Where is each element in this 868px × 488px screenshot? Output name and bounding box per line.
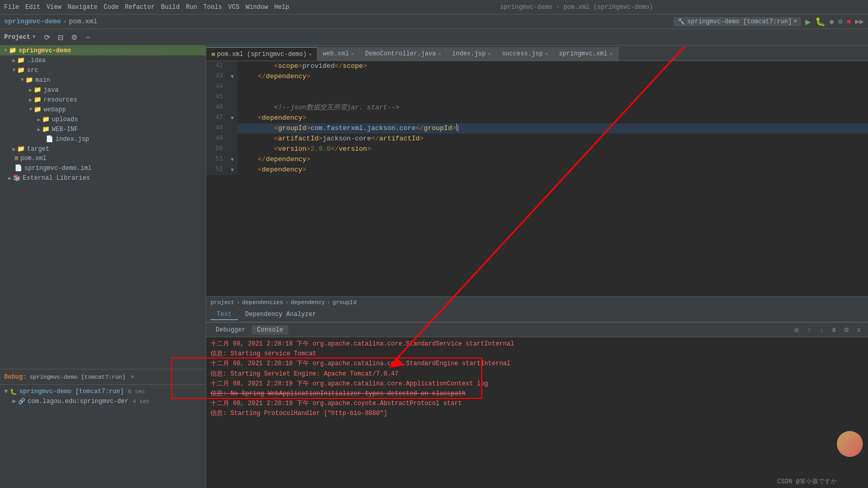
menu-file[interactable]: File xyxy=(4,4,19,11)
menu-vcs[interactable]: VCS xyxy=(228,4,240,11)
tab-web-xml-close[interactable]: ✕ xyxy=(351,51,354,57)
tab-demo-controller-close[interactable]: ✕ xyxy=(438,51,441,57)
menu-code[interactable]: Code xyxy=(104,4,119,11)
code-line-47: 47 ▼ <dependency> xyxy=(206,113,868,123)
collapse-button[interactable]: ⊟ xyxy=(55,32,66,43)
run-button[interactable]: ▶ xyxy=(805,16,811,27)
tree-webapp-label: webapp xyxy=(44,106,66,113)
tab-web-xml[interactable]: web.xml ✕ xyxy=(317,47,359,61)
coverage-button[interactable]: ◉ xyxy=(830,17,834,26)
tree-external-libs-label: External Libraries xyxy=(23,175,90,182)
tree-pom-xml[interactable]: m pom.xml xyxy=(0,154,206,163)
tab-springmvc-xml[interactable]: springmvc.xml ✕ xyxy=(554,47,619,61)
tree-iml[interactable]: 📄 springmvc-demo.iml xyxy=(0,163,206,173)
tab-dependency-analyzer[interactable]: Dependency Analyzer xyxy=(239,310,323,320)
console-tab-console[interactable]: Console xyxy=(252,325,288,335)
tree-java-label: java xyxy=(44,87,59,94)
debug-button[interactable]: 🐛 xyxy=(815,17,825,27)
minimize-button[interactable]: − xyxy=(82,32,93,43)
debug-tree-item-0[interactable]: ▼ 🐛 springmvc-demo [tomcat7:run] 6 sec xyxy=(0,387,206,396)
menu-navigate[interactable]: Navigate xyxy=(67,4,97,11)
tab-index-jsp[interactable]: index.jsp ✕ xyxy=(447,47,497,61)
tab-pom-xml-close[interactable]: ✕ xyxy=(309,51,312,58)
console-scroll-down-btn[interactable]: ↓ xyxy=(816,325,827,335)
tab-success-jsp-close[interactable]: ✕ xyxy=(545,51,548,57)
menu-help[interactable]: Help xyxy=(274,4,289,11)
tab-springmvc-xml-label: springmvc.xml xyxy=(559,50,608,58)
tab-demo-controller[interactable]: DemoController.java ✕ xyxy=(360,47,447,61)
console-scroll-up-btn[interactable]: ↑ xyxy=(804,325,814,335)
code-line-51: 51 ▼ </dependency> xyxy=(206,154,868,165)
line-num-48: 48 xyxy=(206,123,227,134)
stop-button[interactable]: ■ xyxy=(847,18,851,26)
run-config-selector[interactable]: 🔧 springmvc-demo [tomcat7:run] ▼ xyxy=(674,17,801,26)
tab-index-jsp-label: index.jsp xyxy=(452,50,486,58)
debug-session-label: springmvc-demo [tomcat7:run] xyxy=(30,374,125,380)
tree-root[interactable]: ▼ 📁 springmvc-demo C:\Users\hua-cloud\De… xyxy=(0,46,206,55)
tree-index-jsp[interactable]: 📄 index.jsp xyxy=(0,134,206,144)
more-button[interactable]: ⚙ xyxy=(838,17,842,26)
tab-index-jsp-close[interactable]: ✕ xyxy=(488,51,491,57)
line-num-46: 46 xyxy=(206,103,227,113)
tab-pom-xml[interactable]: m pom.xml (springmvc-demo) ✕ xyxy=(206,47,317,61)
line-num-52: 52 xyxy=(206,165,227,175)
toolbar: Project ▼ ⟳ ⊟ ⚙ − xyxy=(0,29,868,46)
menu-build[interactable]: Build xyxy=(161,4,179,11)
line-gutter-50 xyxy=(227,144,237,154)
debug-item-1-label: com.lagou.edu:springmvc-der xyxy=(27,398,128,405)
breadcrumb-project[interactable]: project xyxy=(211,299,234,306)
tree-uploads[interactable]: ▶ 📁 uploads xyxy=(0,114,206,124)
tab-bar: m pom.xml (springmvc-demo) ✕ web.xml ✕ D… xyxy=(206,46,868,61)
tree-webinf[interactable]: ▶ 📁 WEB-INF xyxy=(0,124,206,134)
menu-edit[interactable]: Edit xyxy=(25,4,40,11)
tab-springmvc-xml-close[interactable]: ✕ xyxy=(610,51,613,57)
line-num-49: 49 xyxy=(206,134,227,144)
tree-idea[interactable]: ▶ 📁 .idea xyxy=(0,55,206,65)
project-panel-dropdown[interactable]: ▼ xyxy=(32,34,35,40)
breadcrumb-dependencies[interactable]: dependencies xyxy=(242,299,283,306)
sync-button[interactable]: ⟳ xyxy=(41,32,53,43)
line-gutter-49 xyxy=(227,134,237,144)
tree-resources[interactable]: ▶ 📁 resources xyxy=(0,95,206,105)
debug-session-bar: Debug: springmvc-demo [tomcat7:run] ✕ xyxy=(0,369,206,384)
tree-external-libs[interactable]: ▶ 📚 External Libraries xyxy=(0,173,206,183)
forward-button[interactable]: ▶▶ xyxy=(855,17,864,26)
console-clear-btn[interactable]: ⊘ xyxy=(791,325,802,335)
project-name[interactable]: springmvc-demo xyxy=(4,18,61,25)
tree-index-jsp-label: index.jsp xyxy=(55,136,89,143)
breadcrumb-dependency[interactable]: dependency xyxy=(291,299,325,306)
menu-view[interactable]: View xyxy=(47,4,62,11)
tree-root-path: C:\Users\hua-cloud\Desktop\ xyxy=(73,48,165,54)
menu-refactor[interactable]: Refactor xyxy=(125,4,155,11)
console-line-4: 十二月 08, 2021 2:28:19 下午 org.apache.catal… xyxy=(211,379,864,389)
breadcrumb-bar: springmvc-demo › pom.xml 🔧 springmvc-dem… xyxy=(0,15,868,29)
console-filter-btn[interactable]: ≡ xyxy=(853,325,864,335)
menu-tools[interactable]: Tools xyxy=(203,4,222,11)
tree-iml-label: springmvc-demo.iml xyxy=(24,165,92,172)
sep-2: › xyxy=(285,299,289,306)
console-pause-btn[interactable]: ⏸ xyxy=(829,325,839,335)
line-content-45 xyxy=(237,92,868,103)
console-line-7: 信息: Starting ProtocolHandler ["http-bio-… xyxy=(211,409,864,419)
tree-webapp[interactable]: ▼ 📁 webapp xyxy=(0,105,206,114)
debug-session-close[interactable]: ✕ xyxy=(131,373,134,381)
menu-bar[interactable]: File Edit View Navigate Code Refactor Bu… xyxy=(4,4,289,11)
console-tab-debugger[interactable]: Debugger xyxy=(211,325,251,335)
tab-success-jsp[interactable]: success.jsp ✕ xyxy=(497,47,554,61)
line-num-50: 50 xyxy=(206,144,227,154)
tree-main[interactable]: ▼ 📁 main xyxy=(0,75,206,85)
line-gutter-51: ▼ xyxy=(227,154,237,165)
menu-window[interactable]: Window xyxy=(246,4,268,11)
tree-src[interactable]: ▼ 📁 src xyxy=(0,65,206,75)
menu-run[interactable]: Run xyxy=(186,4,197,11)
console-line-3: 信息: Starting Servlet Engine: Apache Tomc… xyxy=(211,369,864,379)
debug-tree-item-1[interactable]: ▶ 🔗 com.lagou.edu:springmvc-der 4 sec xyxy=(0,396,206,406)
breadcrumb-groupid[interactable]: groupId xyxy=(332,299,356,306)
settings-gear-button[interactable]: ⚙ xyxy=(68,32,80,43)
tab-text[interactable]: Text xyxy=(211,310,238,320)
code-line-49: 49 <artifactId>jackson-core</artifactId> xyxy=(206,134,868,144)
tree-java[interactable]: ▶ 📁 java xyxy=(0,85,206,95)
tree-target[interactable]: ▶ 📁 target xyxy=(0,144,206,154)
code-editor[interactable]: 42 <scope>provided</scope> 43 ▼ </depend… xyxy=(206,61,868,296)
console-settings-btn[interactable]: ⚙ xyxy=(841,325,851,335)
